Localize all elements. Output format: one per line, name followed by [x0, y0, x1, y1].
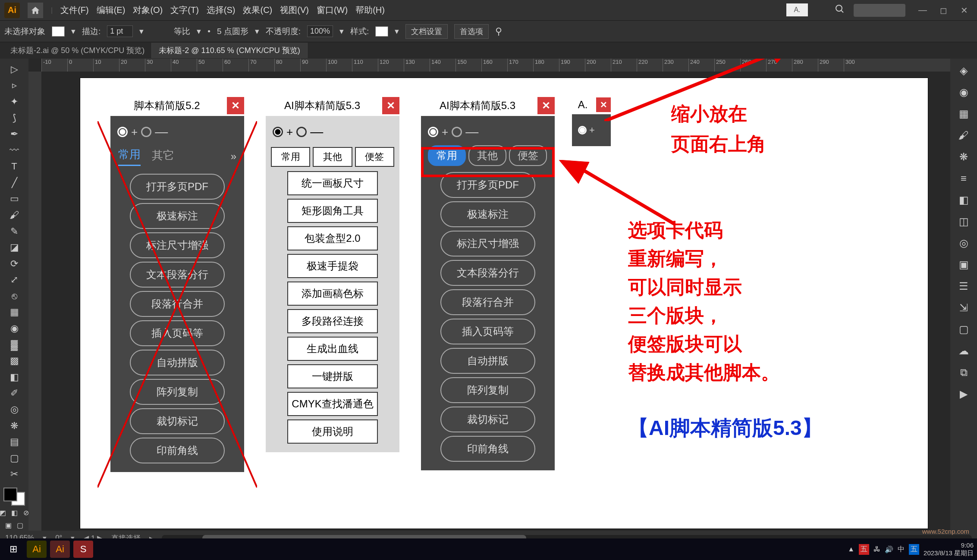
- btn-fast-annotate[interactable]: 极速标注: [130, 203, 225, 229]
- menu-select[interactable]: 选择(S): [207, 4, 236, 16]
- menu-effect[interactable]: 效果(C): [243, 4, 272, 16]
- btn-insert-page[interactable]: 插入页码等: [130, 320, 225, 346]
- artboards-panel-icon[interactable]: ▢: [955, 321, 972, 338]
- curvature-tool-icon[interactable]: 〰: [3, 143, 25, 158]
- menu-edit[interactable]: 编辑(E): [97, 4, 126, 16]
- uniform-label[interactable]: 等比: [174, 26, 190, 37]
- ime-icon[interactable]: 五: [859, 544, 869, 555]
- radio-off-icon[interactable]: [296, 127, 307, 137]
- btn-array-copy[interactable]: 阵列复制: [440, 377, 535, 403]
- mesh-tool-icon[interactable]: ▩: [3, 354, 25, 368]
- menu-file[interactable]: 文件(F): [60, 4, 89, 16]
- opacity-input[interactable]: [307, 25, 333, 37]
- btn-crop-marks[interactable]: 裁切标记: [130, 408, 225, 434]
- tab-other[interactable]: 其他: [313, 147, 352, 167]
- line-tool-icon[interactable]: ╱: [3, 175, 25, 190]
- shaper-tool-icon[interactable]: ✎: [3, 224, 25, 239]
- tab-common[interactable]: 常用: [271, 147, 310, 167]
- gradient-panel-icon[interactable]: ◧: [955, 191, 972, 209]
- network-icon[interactable]: 🖧: [873, 545, 880, 553]
- properties-panel-icon[interactable]: ◈: [955, 62, 972, 79]
- btn-dim-enhance[interactable]: 标注尺寸增强: [440, 231, 535, 257]
- system-clock[interactable]: 9:06 2023/8/13 星期日: [924, 541, 974, 557]
- scale-tool-icon[interactable]: ⤢: [3, 273, 25, 288]
- pin-icon[interactable]: ⚲: [495, 26, 502, 37]
- layers-panel-icon[interactable]: ☰: [955, 278, 972, 295]
- btn-box-type[interactable]: 包装盒型2.0: [287, 226, 378, 250]
- screen-normal-icon[interactable]: ▣: [3, 520, 14, 531]
- doc-tab-1[interactable]: 未标题-2.ai @ 50 % (CMYK/CPU 预览): [3, 43, 152, 58]
- taskbar-ai-icon[interactable]: Ai: [27, 541, 47, 558]
- brushes-panel-icon[interactable]: 🖌: [955, 127, 972, 144]
- gradient-mode-icon[interactable]: ◧: [9, 507, 20, 518]
- tab-notes[interactable]: 便签: [355, 147, 394, 167]
- actions-panel-icon[interactable]: ▶: [955, 385, 972, 403]
- lang-icon[interactable]: 中: [898, 545, 905, 554]
- swatches-panel-icon[interactable]: ▦: [955, 105, 972, 122]
- btn-fast-bag[interactable]: 极速手提袋: [287, 254, 378, 278]
- rectangle-tool-icon[interactable]: ▭: [3, 192, 25, 206]
- radio-on-icon[interactable]: [428, 127, 438, 137]
- close-icon[interactable]: ✕: [537, 97, 555, 114]
- lasso-tool-icon[interactable]: ⟆: [3, 111, 25, 125]
- graphic-styles-panel-icon[interactable]: ▣: [955, 256, 972, 273]
- btn-bleed-lines[interactable]: 生成出血线: [287, 337, 378, 361]
- radio-on-icon[interactable]: [578, 126, 587, 135]
- btn-one-click-layout[interactable]: 一键拼版: [287, 364, 378, 388]
- stroke-panel-icon[interactable]: ≡: [955, 170, 972, 187]
- btn-array-copy[interactable]: 阵列复制: [130, 379, 225, 405]
- preferences-button[interactable]: 首选项: [454, 24, 489, 39]
- btn-text-split[interactable]: 文本段落分行: [130, 262, 225, 288]
- tab-other[interactable]: 其它: [152, 148, 174, 166]
- btn-auto-layout[interactable]: 自动拼版: [440, 348, 535, 374]
- color-panel-icon[interactable]: ◉: [955, 84, 972, 101]
- symbol-sprayer-tool-icon[interactable]: ❋: [3, 419, 25, 433]
- close-button[interactable]: ✕: [955, 4, 973, 17]
- btn-instructions[interactable]: 使用说明: [287, 419, 378, 444]
- menu-type[interactable]: 文字(T): [170, 4, 199, 16]
- screen-full-icon[interactable]: ▢: [15, 520, 25, 531]
- radio-off-icon[interactable]: [452, 127, 462, 137]
- btn-crop-marks[interactable]: 裁切标记: [440, 407, 535, 432]
- btn-rect-corner[interactable]: 矩形圆角工具: [287, 199, 378, 223]
- tab-common[interactable]: 常用: [118, 147, 141, 166]
- graph-tool-icon[interactable]: ▤: [3, 435, 25, 449]
- home-icon[interactable]: [28, 3, 43, 18]
- fill-swatch[interactable]: [52, 26, 65, 37]
- menu-help[interactable]: 帮助(H): [355, 4, 385, 16]
- btn-fast-annotate[interactable]: 极速标注: [440, 201, 535, 227]
- close-icon[interactable]: ✕: [227, 97, 244, 114]
- eyedropper-tool-icon[interactable]: ✐: [3, 386, 25, 401]
- eraser-tool-icon[interactable]: ◪: [3, 240, 25, 255]
- btn-path-connect[interactable]: 多段路径连接: [287, 309, 378, 333]
- slice-tool-icon[interactable]: ✂: [3, 467, 25, 482]
- pen-tool-icon[interactable]: ✒: [3, 127, 25, 141]
- gradient-tool-icon[interactable]: ◧: [3, 370, 25, 385]
- menu-window[interactable]: 窗口(W): [317, 4, 348, 16]
- type-tool-icon[interactable]: T: [3, 159, 25, 174]
- btn-corner-lines[interactable]: 印前角线: [440, 436, 535, 462]
- minimized-panel-badge[interactable]: A.: [786, 3, 808, 16]
- stroke-width-input[interactable]: [107, 25, 133, 37]
- menu-view[interactable]: 视图(V): [280, 4, 309, 16]
- btn-unify-artboard[interactable]: 统一画板尺寸: [287, 171, 378, 195]
- appearance-panel-icon[interactable]: ◎: [955, 235, 972, 252]
- btn-cmyk-pantone[interactable]: CMYK查找潘通色: [287, 392, 378, 416]
- fill-stroke-control[interactable]: [3, 488, 25, 506]
- btn-open-pdf[interactable]: 打开多页PDF: [130, 174, 225, 200]
- tray-icon[interactable]: ▲: [848, 545, 854, 553]
- btn-corner-lines[interactable]: 印前角线: [130, 438, 225, 463]
- btn-dim-enhance[interactable]: 标注尺寸增强: [130, 232, 225, 258]
- rotate-tool-icon[interactable]: ⟳: [3, 257, 25, 271]
- libraries-panel-icon[interactable]: ☁: [955, 342, 972, 360]
- ime-badge-icon[interactable]: 五: [909, 544, 919, 555]
- chevron-right-icon[interactable]: »: [231, 150, 236, 163]
- workspace-switcher[interactable]: [854, 4, 905, 17]
- selection-tool-icon[interactable]: ▷: [3, 62, 25, 77]
- color-mode-icon[interactable]: ◩: [0, 507, 8, 518]
- start-button-icon[interactable]: ⊞: [3, 541, 23, 558]
- radio-off-icon[interactable]: [141, 127, 151, 137]
- btn-para-merge[interactable]: 段落行合并: [130, 291, 225, 317]
- width-tool-icon[interactable]: ⎋: [3, 289, 25, 303]
- maximize-button[interactable]: ◻: [935, 4, 952, 17]
